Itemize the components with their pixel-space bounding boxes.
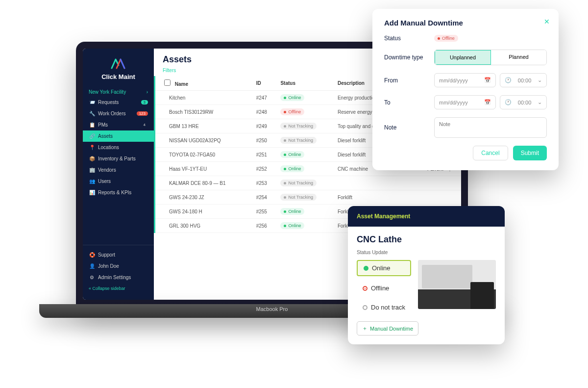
to-time-input[interactable]: 🕐00:00⌄ (500, 95, 547, 109)
cell-name: Kitchen (155, 91, 252, 105)
cell-status: Offline (276, 105, 333, 119)
status-option-offline[interactable]: Offline (357, 281, 411, 295)
asset-management-card: Asset Management CNC Lathe Status Update… (348, 206, 505, 344)
col-status[interactable]: Status (276, 76, 333, 91)
cell-name: GWS 24-230 JZ (155, 190, 252, 205)
donottrack-label: Do not track (371, 304, 405, 311)
cell-parrent (412, 176, 461, 190)
cell-status: Online (276, 205, 333, 219)
manual-downtime-label: Manual Downtime (370, 326, 413, 332)
plus-icon: ＋ (362, 325, 368, 332)
cell-name: KALMAR DCE 80-9 — B1 (155, 176, 252, 190)
offline-label: Offline (371, 285, 389, 292)
app-logo: Click Maint (83, 54, 154, 87)
table-row[interactable]: GWS 24-230 JZ#254Not TrackingForklift (155, 190, 462, 205)
nav-label: Vendors (98, 167, 116, 173)
table-row[interactable]: KALMAR DCE 80-9 — B1#253Not Tracking (155, 176, 462, 190)
col-name[interactable]: Name (155, 76, 252, 91)
support-label: Support (98, 252, 115, 258)
nav-icon: 📨 (89, 99, 95, 105)
page-title: Assets (163, 54, 192, 65)
sidebar-item-locations[interactable]: 📍Locations (83, 142, 154, 153)
nav-icon: 📊 (89, 189, 95, 196)
close-button[interactable]: ✕ (544, 18, 550, 26)
radio-donottrack-icon (363, 305, 368, 310)
asset-image (418, 260, 496, 309)
downtime-type-toggle: Unplanned Planned (434, 50, 547, 65)
status-value: Offline (442, 36, 455, 41)
nav-label: Work Orders (98, 111, 126, 116)
sidebar-item-inventory-parts[interactable]: 📦Inventory & Parts (83, 153, 154, 164)
cell-status: Online (276, 91, 333, 105)
submit-button[interactable]: Submit (513, 146, 547, 160)
cell-name: GWS 24-180 H (155, 205, 252, 219)
nav-icon: 🔗 (89, 133, 95, 139)
cell-id: #247 (252, 91, 277, 105)
cell-status: Not Tracking (276, 176, 333, 190)
status-badge: Offline (434, 35, 458, 42)
chevron-down-icon: ⌄ (538, 99, 542, 105)
nav-label: PMs (98, 122, 108, 128)
admin-settings[interactable]: ⚙Admin Settings (83, 272, 154, 283)
cancel-button[interactable]: Cancel (473, 146, 508, 160)
support-link[interactable]: 🛟Support (83, 249, 154, 260)
sidebar-item-pms[interactable]: 📋PMs4 (83, 119, 154, 130)
radio-online-icon (364, 266, 368, 271)
collapse-sidebar-button[interactable]: « Collapse sidebar (83, 283, 154, 294)
from-time-input[interactable]: 🕐00:00⌄ (500, 73, 547, 87)
note-textarea[interactable] (434, 117, 547, 138)
status-options: Online Offline Do not track (357, 260, 411, 314)
nav-label: Assets (98, 133, 113, 139)
cell-status: Online (276, 219, 333, 233)
clock-icon: 🕐 (505, 99, 512, 105)
planned-button[interactable]: Planned (491, 50, 546, 65)
user-profile[interactable]: 👤John Doe (83, 260, 154, 272)
calendar-icon: 📅 (484, 77, 491, 83)
card-header: Asset Management (348, 206, 505, 227)
clock-icon: 🕐 (505, 77, 512, 83)
to-label: To (384, 99, 428, 106)
radio-offline-icon (363, 286, 368, 291)
nav-icon: 📍 (89, 144, 95, 151)
to-date-input[interactable]: mm/dd/yyyy📅 (434, 95, 496, 109)
col-id[interactable]: ID (252, 76, 277, 91)
status-option-online[interactable]: Online (357, 260, 411, 276)
nav-icon: 🏢 (89, 167, 95, 173)
select-all-checkbox[interactable] (164, 79, 171, 86)
chevron-down-icon: ⌄ (538, 77, 542, 83)
status-option-donottrack[interactable]: Do not track (357, 300, 411, 314)
cell-status: Not Tracking (276, 119, 333, 133)
online-label: Online (372, 264, 391, 272)
cell-name: GRL 300 HVG (155, 219, 252, 233)
manual-downtime-button[interactable]: ＋Manual Downtime (357, 321, 418, 336)
facility-selector[interactable]: New York Facility › (83, 87, 154, 97)
cell-id: #252 (252, 162, 277, 176)
cell-description (334, 176, 412, 190)
nav-badge: 3 (141, 100, 148, 104)
chevron-right-icon: › (147, 89, 148, 95)
cell-name: Bosch TIS30129RW (155, 105, 252, 119)
from-date-input[interactable]: mm/dd/yyyy📅 (434, 73, 496, 87)
sidebar-item-users[interactable]: 👥Users (83, 176, 154, 187)
nav-icon: 👥 (89, 178, 95, 184)
nav-icon: 📋 (89, 122, 95, 128)
sidebar-item-assets[interactable]: 🔗Assets (83, 130, 154, 142)
cell-id: #253 (252, 176, 277, 190)
cell-name: Haas VF-1YT-EU (155, 162, 252, 176)
cell-id: #254 (252, 190, 277, 205)
laptop-label: Macbook Pro (256, 306, 288, 312)
cell-status: Online (276, 162, 333, 176)
sidebar-item-work-orders[interactable]: 🔧Work Orders123 (83, 108, 154, 119)
cell-id: #251 (252, 148, 277, 162)
sidebar-item-requests[interactable]: 📨Requests3 (83, 97, 154, 108)
sidebar-item-reports-kpis[interactable]: 📊Reports & KPIs (83, 187, 154, 198)
cell-id: #255 (252, 205, 277, 219)
cell-status: Not Tracking (276, 133, 333, 148)
status-label: Status (384, 35, 428, 42)
avatar-icon: 👤 (89, 263, 95, 269)
cell-status: Not Tracking (276, 190, 333, 205)
logo-icon (110, 57, 127, 70)
from-label: From (384, 77, 428, 84)
unplanned-button[interactable]: Unplanned (434, 50, 491, 65)
sidebar-item-vendors[interactable]: 🏢Vendors (83, 164, 154, 176)
